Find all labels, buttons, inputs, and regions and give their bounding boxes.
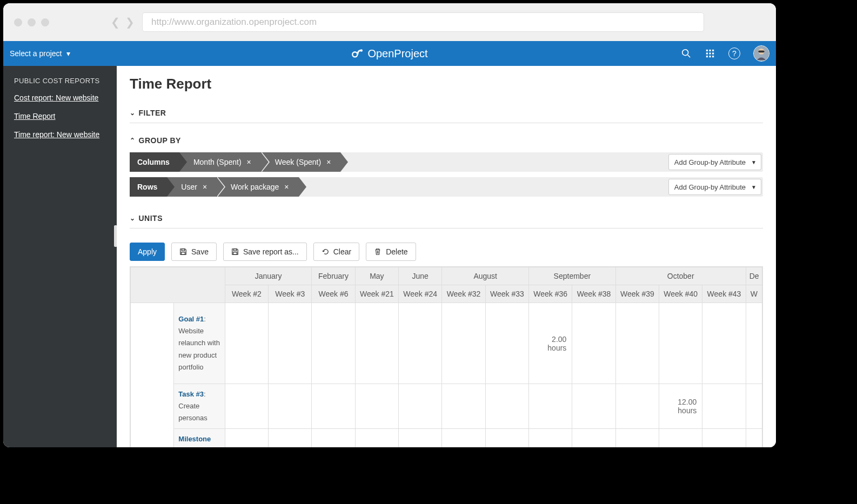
- week-header: Week #33: [485, 285, 528, 303]
- units-section-toggle[interactable]: ⌄ UNITS: [130, 209, 763, 229]
- save-button[interactable]: Save: [171, 243, 217, 261]
- svg-rect-6: [712, 50, 714, 51]
- columns-label: Columns: [130, 152, 179, 172]
- data-cell: [746, 384, 762, 429]
- filter-section-toggle[interactable]: ⌄ FILTER: [130, 103, 763, 123]
- brand[interactable]: OpenProject: [351, 48, 427, 60]
- sidebar-item-time-report[interactable]: Time Report: [14, 112, 106, 120]
- save-icon: [231, 248, 239, 256]
- week-header: Week #36: [529, 285, 572, 303]
- close-icon[interactable]: ×: [284, 183, 289, 191]
- chevron-up-icon: ⌃: [130, 137, 136, 144]
- chevron-down-icon: ⌄: [130, 214, 136, 222]
- close-icon[interactable]: ×: [203, 183, 207, 191]
- help-icon[interactable]: ?: [728, 48, 740, 59]
- data-cell: [659, 303, 702, 384]
- svg-rect-15: [758, 50, 764, 52]
- traffic-dot[interactable]: [41, 18, 49, 26]
- month-header: May: [355, 267, 398, 285]
- add-row-attribute-select[interactable]: Add Group-by Attribute: [668, 179, 761, 195]
- trash-icon: [374, 248, 381, 256]
- save-as-button[interactable]: Save report as...: [223, 243, 307, 261]
- report-table: JanuaryFebruaryMayJuneAugustSeptemberOct…: [130, 266, 763, 447]
- column-chip-week[interactable]: Week (Spent) ×: [261, 152, 341, 172]
- svg-rect-5: [709, 50, 711, 51]
- data-cell: [572, 429, 615, 447]
- data-cell: [269, 303, 312, 384]
- add-column-attribute-select[interactable]: Add Group-by Attribute: [668, 154, 761, 170]
- month-header: October: [615, 267, 746, 285]
- data-cell: [225, 429, 268, 447]
- data-cell: [442, 303, 485, 384]
- month-header: January: [225, 267, 312, 285]
- data-cell: [269, 384, 312, 429]
- data-cell: [529, 384, 572, 429]
- svg-rect-10: [706, 56, 708, 57]
- apply-button[interactable]: Apply: [130, 243, 165, 261]
- project-selector[interactable]: Select a project ▾: [10, 49, 70, 58]
- delete-button[interactable]: Delete: [366, 243, 416, 261]
- sidebar-item-time-report-new-website[interactable]: Time report: New website: [14, 130, 106, 139]
- week-header: Week #6: [312, 285, 355, 303]
- top-nav: Select a project ▾ OpenProject ?: [3, 41, 776, 66]
- month-header: September: [529, 267, 616, 285]
- sidebar-item-cost-report-new-website[interactable]: Cost report: New website: [14, 93, 106, 102]
- sidebar-heading: PUBLIC COST REPORTS: [14, 77, 106, 85]
- chevron-down-icon: ▾: [66, 49, 70, 58]
- brand-logo-icon: [351, 48, 363, 59]
- week-header: Week #40: [659, 285, 702, 303]
- data-cell: [529, 429, 572, 447]
- data-cell: [225, 303, 268, 384]
- week-header: W: [746, 285, 762, 303]
- back-icon[interactable]: ❮: [111, 16, 120, 29]
- data-cell: [702, 384, 746, 429]
- undo-icon: [322, 248, 329, 256]
- search-icon[interactable]: [681, 48, 692, 59]
- groupby-section-toggle[interactable]: ⌃ GROUP BY: [130, 131, 763, 150]
- main-content: Time Report ⌄ FILTER ⌃ GROUP BY Columns …: [117, 66, 776, 447]
- close-icon[interactable]: ×: [247, 158, 251, 166]
- work-package-cell[interactable]: Milestone #7:: [174, 429, 225, 447]
- save-as-label: Save report as...: [243, 247, 299, 256]
- svg-point-0: [352, 52, 357, 57]
- save-icon: [179, 248, 187, 256]
- groupby-rows-row: Rows User × Work package × Add Group-by …: [130, 177, 763, 197]
- close-icon[interactable]: ×: [326, 158, 331, 166]
- groupby-columns-row: Columns Month (Spent) × Week (Spent) × A…: [130, 152, 763, 172]
- data-cell: [746, 429, 762, 447]
- svg-rect-9: [712, 52, 714, 54]
- week-header: Week #2: [225, 285, 268, 303]
- delete-label: Delete: [386, 247, 407, 256]
- forward-icon[interactable]: ❯: [125, 16, 135, 29]
- data-cell: [485, 429, 528, 447]
- apps-icon[interactable]: [705, 48, 715, 59]
- user-row-header[interactable]: John Doe: [131, 303, 174, 448]
- column-chip-month[interactable]: Month (Spent) ×: [179, 152, 261, 172]
- work-package-cell[interactable]: Goal #1: Website relaunch with new produ…: [174, 303, 225, 384]
- row-chip-work-package[interactable]: Work package ×: [217, 177, 298, 197]
- chip-label: Week (Spent): [275, 158, 321, 166]
- work-package-cell[interactable]: Task #3: Create personas: [174, 384, 225, 429]
- data-cell: [355, 303, 398, 384]
- svg-rect-18: [233, 249, 236, 251]
- data-cell: [225, 384, 268, 429]
- week-header: Week #43: [702, 285, 746, 303]
- save-label: Save: [191, 247, 209, 256]
- data-cell: [312, 384, 355, 429]
- avatar[interactable]: [753, 45, 769, 62]
- data-cell: [659, 429, 702, 447]
- clear-button[interactable]: Clear: [313, 243, 359, 261]
- chip-label: Month (Spent): [193, 158, 242, 166]
- action-bar: Apply Save Save report as... Clear Delet…: [130, 243, 763, 261]
- week-header: Week #24: [399, 285, 442, 303]
- data-cell: [355, 429, 398, 447]
- data-cell: [746, 303, 762, 384]
- chip-label: Work package: [231, 183, 279, 191]
- units-label: UNITS: [139, 214, 163, 223]
- traffic-dot[interactable]: [14, 18, 22, 26]
- data-cell: 2.00 hours: [529, 303, 572, 384]
- traffic-dot[interactable]: [28, 18, 36, 26]
- chip-label: User: [181, 183, 197, 191]
- data-cell: [442, 429, 485, 447]
- url-input[interactable]: http://www.organization.openproject.com: [142, 12, 704, 32]
